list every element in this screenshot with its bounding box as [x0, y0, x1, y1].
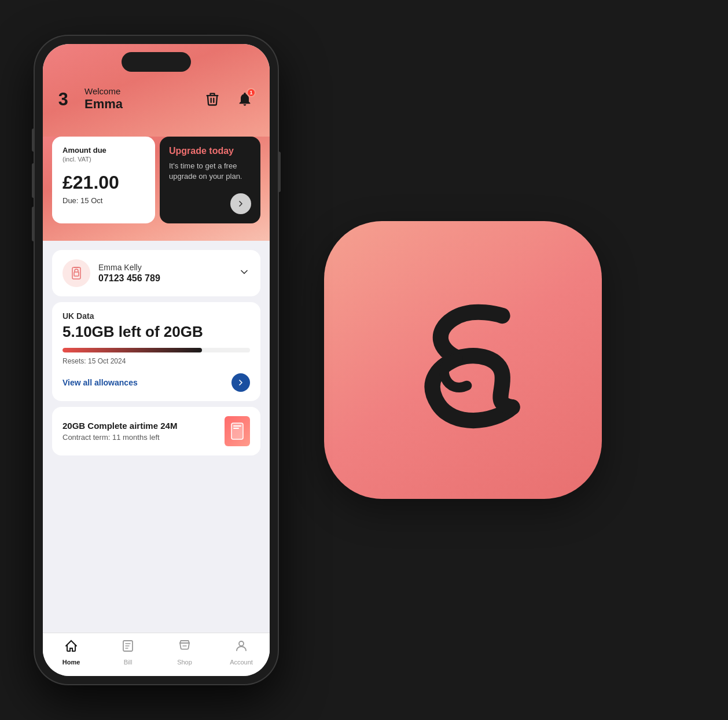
shop-label: Shop: [177, 659, 192, 666]
account-label: Account: [230, 659, 253, 666]
account-icon: [234, 639, 248, 656]
data-label: UK Data: [62, 311, 250, 321]
bill-icon: [121, 639, 135, 656]
home-icon: [64, 639, 78, 656]
data-card: UK Data 5.10GB left of 20GB Resets: 15 O…: [52, 302, 260, 401]
view-allowances-arrow-button[interactable]: [231, 373, 250, 392]
svg-text:3: 3: [58, 89, 68, 109]
header-icons: 1: [201, 88, 256, 110]
data-resets-label: Resets: 15 Oct 2024: [62, 357, 250, 365]
trash-icon-button[interactable]: [201, 88, 223, 110]
plan-subtitle: Contract term: 11 months left: [62, 433, 177, 442]
notification-icon-button[interactable]: 1: [234, 88, 256, 110]
app-icon-wrapper: [324, 221, 602, 499]
volume-down-button: [32, 207, 35, 241]
nav-bill[interactable]: Bill: [100, 639, 156, 666]
sim-card[interactable]: Emma Kelly 07123 456 789: [52, 250, 260, 296]
sim-info: Emma Kelly 07123 456 789: [98, 263, 230, 284]
three-app-icon: [324, 221, 602, 499]
welcome-text: Welcome Emma: [84, 86, 123, 112]
plan-title: 20GB Complete airtime 24M: [62, 421, 177, 431]
svg-point-7: [239, 641, 244, 646]
bottom-navigation: Home Bill: [43, 633, 270, 676]
amount-due-card: Amount due (incl. VAT) £21.00 Due: 15 Oc…: [52, 137, 155, 223]
amount-value: £21.00: [62, 173, 145, 192]
upgrade-title: Upgrade today: [169, 146, 251, 156]
volume-up-button: [32, 163, 35, 198]
sim-user-name: Emma Kelly: [98, 263, 230, 272]
upgrade-arrow-button[interactable]: [230, 193, 251, 214]
data-usage-bar-background: [62, 348, 250, 352]
sim-chevron-icon[interactable]: [238, 266, 250, 281]
data-usage-bar-fill: [62, 348, 202, 352]
svg-rect-4: [233, 425, 241, 427]
svg-rect-5: [233, 428, 239, 429]
three-logo: 3: [57, 88, 79, 110]
amount-due-label: Amount due: [62, 146, 145, 155]
plan-row: 20GB Complete airtime 24M Contract term:…: [62, 416, 250, 446]
data-amount: 5.10GB left of 20GB: [62, 323, 250, 341]
view-allowances-link[interactable]: View all allowances: [62, 378, 138, 387]
welcome-label: Welcome: [84, 86, 123, 97]
nav-home[interactable]: Home: [43, 639, 100, 666]
header-left: 3 Welcome Emma: [57, 86, 123, 112]
mute-button: [32, 128, 35, 152]
nav-shop[interactable]: Shop: [156, 639, 213, 666]
sim-phone-number: 07123 456 789: [98, 273, 230, 284]
plan-icon: [225, 416, 250, 446]
home-label: Home: [62, 659, 80, 666]
vat-note: (incl. VAT): [62, 156, 145, 163]
upgrade-description: It's time to get a free upgrade on your …: [169, 161, 251, 182]
notification-badge: 1: [247, 88, 256, 97]
main-content: Emma Kelly 07123 456 789 UK Data 5.10GB …: [43, 241, 270, 633]
sim-row: Emma Kelly 07123 456 789: [62, 259, 250, 287]
power-button: [278, 152, 281, 192]
nav-account[interactable]: Account: [213, 639, 270, 666]
plan-info: 20GB Complete airtime 24M Contract term:…: [62, 421, 177, 442]
bill-label: Bill: [124, 659, 133, 666]
sim-icon: [62, 259, 90, 287]
phone-frame: 3 Welcome Emma: [35, 36, 278, 684]
shop-icon: [178, 639, 192, 656]
svg-rect-2: [74, 272, 79, 276]
notch: [122, 52, 191, 72]
due-date: Due: 15 Oct: [62, 196, 145, 205]
plan-card[interactable]: 20GB Complete airtime 24M Contract term:…: [52, 407, 260, 455]
cards-row: Amount due (incl. VAT) £21.00 Due: 15 Oc…: [43, 137, 270, 241]
upgrade-card[interactable]: Upgrade today It's time to get a free up…: [160, 137, 260, 223]
view-allowances-row: View all allowances: [62, 373, 250, 392]
phone-screen: 3 Welcome Emma: [43, 44, 270, 676]
welcome-name: Emma: [84, 97, 123, 112]
